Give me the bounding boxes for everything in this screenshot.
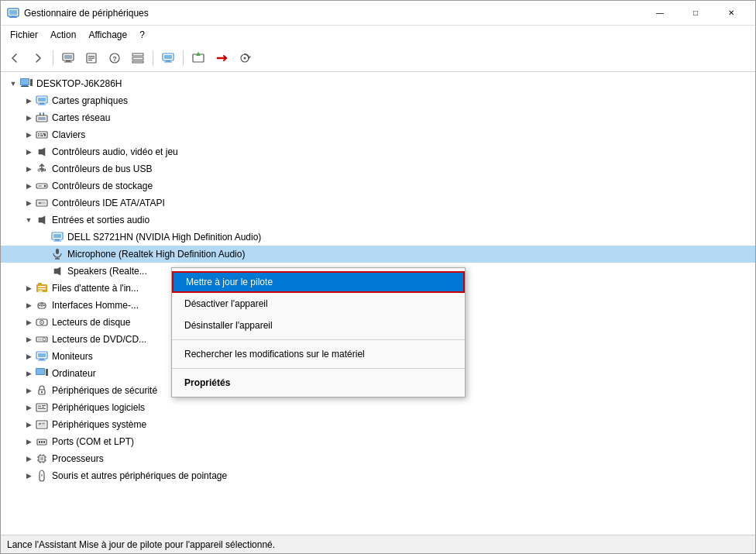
tree-item-entrees-sorties[interactable]: ▼ Entrées et sorties audio — [1, 212, 755, 229]
svg-rect-45 — [40, 133, 42, 135]
network-icon — [35, 111, 49, 125]
close-button[interactable]: ✕ — [713, 1, 749, 26]
toggle-interfaces-homme[interactable]: ▶ — [22, 299, 35, 311]
toggle-cartes-reseau[interactable]: ▶ — [22, 112, 35, 124]
toggle-cartes-graphiques[interactable]: ▶ — [22, 95, 35, 107]
svg-point-72 — [39, 305, 40, 306]
tree-item-peripheriques-systeme[interactable]: ▶ Périphériques système — [1, 416, 755, 433]
computer-button[interactable] — [57, 48, 79, 68]
toggle-controleurs-audio[interactable]: ▶ — [22, 146, 35, 158]
label-controleurs-ide: Contrôleurs IDE ATA/ATAPI — [52, 198, 165, 208]
menu-fichier[interactable]: Fichier — [4, 26, 44, 44]
tree-item-dell[interactable]: ▶ DELL S2721HN (NVIDIA High Definition A… — [1, 229, 755, 246]
tree-item-souris[interactable]: ▶ Souris et autres périphériques de poin… — [1, 467, 755, 484]
svg-rect-60 — [55, 239, 60, 241]
tree-item-ports[interactable]: ▶ Ports (COM et LPT) — [1, 433, 755, 450]
label-files-attente: Files d'attente à l'in... — [52, 283, 139, 294]
toolbar-separator-3 — [183, 50, 184, 66]
properties-button[interactable] — [81, 48, 102, 68]
forward-button[interactable] — [27, 48, 49, 68]
toggle-entrees-sorties[interactable]: ▼ — [22, 214, 35, 226]
svg-point-76 — [41, 322, 43, 323]
menu-action[interactable]: Action — [44, 26, 82, 44]
svg-rect-67 — [38, 286, 46, 287]
svg-rect-10 — [88, 57, 94, 58]
svg-rect-86 — [46, 369, 48, 376]
tree-item-processeurs[interactable]: ▶ Processeurs — [1, 450, 755, 467]
svg-point-79 — [43, 338, 46, 341]
back-button[interactable] — [4, 48, 26, 68]
toggle-controleurs-ide[interactable]: ▶ — [22, 197, 35, 209]
svg-rect-18 — [164, 55, 172, 59]
tree-item-cartes-reseau[interactable]: ▶ Cartes réseau — [1, 109, 755, 126]
svg-rect-101 — [43, 441, 45, 443]
toggle-files-attente[interactable]: ▶ — [22, 282, 35, 294]
menu-affichage[interactable]: Affichage — [82, 26, 133, 44]
audio-io-icon — [35, 213, 49, 227]
toggle-peripheriques-logiciels[interactable]: ▶ — [22, 401, 35, 414]
help-button[interactable]: ? — [104, 48, 125, 68]
toggle-lecteurs-dvd[interactable]: ▶ — [22, 333, 35, 346]
tree-item-controleurs-ide[interactable]: ▶ Contrôleurs IDE ATA/ATAPI — [1, 194, 755, 212]
svg-rect-16 — [132, 61, 143, 63]
svg-rect-103 — [40, 457, 43, 460]
view-button[interactable] — [127, 48, 149, 68]
svg-rect-68 — [38, 288, 46, 290]
microphone-icon — [50, 247, 64, 261]
monitor-button[interactable] — [157, 48, 179, 68]
toggle-ports[interactable]: ▶ — [22, 435, 35, 448]
toggle-souris[interactable]: ▶ — [22, 470, 35, 482]
context-menu-separator-2 — [172, 368, 465, 369]
toggle-peripheriques-systeme[interactable]: ▶ — [22, 418, 35, 431]
svg-rect-38 — [38, 117, 46, 120]
menu-aide[interactable]: ? — [133, 26, 151, 44]
context-menu-scan[interactable]: Rechercher les modifications sur le maté… — [172, 343, 465, 365]
minimize-button[interactable]: — — [642, 1, 678, 26]
context-menu-disable-device[interactable]: Désactiver l'appareil — [172, 293, 465, 315]
svg-rect-61 — [53, 241, 61, 242]
label-controleurs-audio: Contrôleurs audio, vidéo et jeu — [52, 146, 178, 157]
tree-root[interactable]: ▼ DESKTOP-J6K286H — [1, 75, 755, 92]
context-menu-uninstall-device[interactable]: Désinstaller l'appareil — [172, 315, 465, 336]
context-menu-properties[interactable]: Propriétés — [172, 372, 465, 394]
tree-item-microphone[interactable]: ▶ Microphone (Realtek High Definition Au… — [1, 246, 755, 263]
scan-button[interactable] — [234, 48, 256, 68]
context-menu-update-driver[interactable]: Mettre à jour le pilote — [172, 271, 465, 293]
svg-rect-59 — [53, 234, 61, 238]
queue-icon — [35, 281, 49, 295]
svg-rect-96 — [39, 423, 41, 425]
label-controleurs-stockage: Contrôleurs de stockage — [52, 181, 153, 191]
remove-button[interactable] — [211, 48, 232, 68]
device-manager-window: Gestionnaire de périphériques — □ ✕ Fich… — [0, 0, 756, 554]
toggle-peripheriques-securite[interactable]: ▶ — [22, 384, 35, 397]
toggle-moniteurs[interactable]: ▶ — [22, 350, 35, 363]
svg-rect-85 — [36, 369, 44, 374]
svg-rect-36 — [38, 105, 46, 105]
tree-item-controleurs-stockage[interactable]: ▶ Contrôleurs de stockage — [1, 177, 755, 194]
title-controls: — □ ✕ — [642, 1, 749, 26]
tree-item-cartes-graphiques[interactable]: ▶ Cartes graphiques — [1, 92, 755, 109]
label-lecteurs-dvd: Lecteurs de DVD/CD... — [52, 334, 146, 345]
svg-rect-44 — [38, 133, 40, 135]
tree-item-peripheriques-logiciels[interactable]: ▶ Périphériques logiciels — [1, 399, 755, 416]
svg-rect-11 — [88, 60, 92, 60]
label-cartes-graphiques: Cartes graphiques — [52, 95, 128, 106]
toggle-claviers[interactable]: ▶ — [22, 129, 35, 141]
tree-item-claviers[interactable]: ▶ Claviers — [1, 126, 755, 143]
add-button[interactable] — [187, 48, 209, 68]
toggle-ordinateur[interactable]: ▶ — [22, 367, 35, 380]
svg-rect-71 — [41, 303, 43, 306]
svg-rect-69 — [38, 291, 43, 292]
toggle-processeurs[interactable]: ▶ — [22, 452, 35, 465]
label-claviers: Claviers — [52, 129, 85, 140]
svg-rect-54 — [38, 185, 42, 187]
toggle-lecteurs-disque[interactable]: ▶ — [22, 316, 35, 329]
tree-item-controleurs-usb[interactable]: ▶ Contrôleurs de bus USB — [1, 160, 755, 177]
maximize-button[interactable]: □ — [678, 1, 713, 26]
toggle-controleurs-stockage[interactable]: ▶ — [22, 180, 35, 192]
label-speakers: Speakers (Realte... — [67, 266, 147, 277]
tree-item-controleurs-audio[interactable]: ▶ Contrôleurs audio, vidéo et jeu — [1, 143, 755, 160]
toggle-controleurs-usb[interactable]: ▶ — [22, 163, 35, 175]
label-peripheriques-logiciels: Périphériques logiciels — [52, 402, 145, 413]
root-toggle[interactable]: ▼ — [7, 77, 19, 90]
